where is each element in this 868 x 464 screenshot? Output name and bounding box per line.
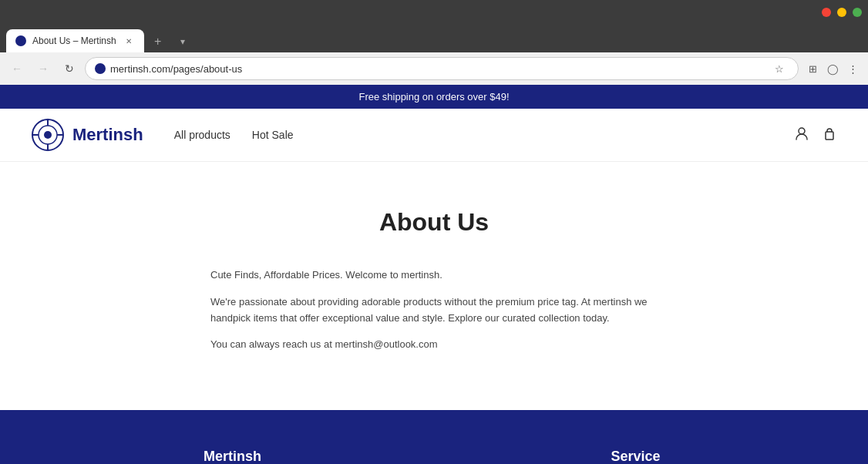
svg-rect-8 xyxy=(826,132,833,140)
about-body: Cute Finds, Affordable Prices. Welcome t… xyxy=(210,267,658,353)
account-icon[interactable] xyxy=(794,126,809,145)
announcement-text: Free shipping on orders over $49! xyxy=(358,91,509,103)
profile-icon[interactable]: ◯ xyxy=(823,59,842,78)
address-bar[interactable]: mertinsh.com/pages/about-us ☆ xyxy=(85,57,799,80)
site-logo[interactable]: Mertinsh xyxy=(31,118,143,152)
bookmark-icon[interactable]: ☆ xyxy=(770,59,789,78)
main-content: About Us Cute Finds, Affordable Prices. … xyxy=(0,162,868,410)
site-header: Mertinsh All products Hot Sale xyxy=(0,109,868,162)
cart-icon[interactable] xyxy=(822,126,837,145)
svg-point-7 xyxy=(799,128,805,134)
footer-service-col: Service Fast and free delivery xyxy=(465,449,806,464)
footer-brand-col: Mertinsh About Us Contact Us Shipping Po… xyxy=(62,449,403,464)
tab-close-button[interactable]: ✕ xyxy=(123,35,135,47)
tab-dropdown-button[interactable]: ▾ xyxy=(172,31,193,52)
refresh-button[interactable]: ↻ xyxy=(59,58,80,79)
extensions-icon[interactable]: ⊞ xyxy=(803,59,822,78)
about-paragraph-3: You can always reach us at mertinsh@outl… xyxy=(210,337,658,353)
title-bar xyxy=(0,0,868,25)
svg-point-2 xyxy=(44,131,52,139)
logo-text: Mertinsh xyxy=(72,125,143,145)
nav-hot-sale[interactable]: Hot Sale xyxy=(252,129,294,141)
footer-brand-title: Mertinsh xyxy=(62,449,403,464)
tab-title: About Us – Mertinsh xyxy=(32,35,116,46)
site-footer: Mertinsh About Us Contact Us Shipping Po… xyxy=(0,410,868,464)
browser-menu-buttons: ⊞ ◯ ⋮ xyxy=(803,59,862,78)
address-text: mertinsh.com/pages/about-us xyxy=(110,63,765,75)
nav-all-products[interactable]: All products xyxy=(174,129,230,141)
site-favicon xyxy=(95,63,106,74)
address-icons: ☆ xyxy=(770,59,789,78)
website: Free shipping on orders over $49! Mertin… xyxy=(0,85,868,464)
header-icons xyxy=(794,126,837,145)
tab-bar: About Us – Mertinsh ✕ + ▾ xyxy=(0,25,868,52)
logo-mark xyxy=(31,118,65,152)
maximize-window-button[interactable] xyxy=(853,8,862,17)
footer-top: Mertinsh About Us Contact Us Shipping Po… xyxy=(62,449,806,464)
forward-button[interactable]: → xyxy=(32,58,54,79)
minimize-window-button[interactable] xyxy=(837,8,846,17)
about-paragraph-2: We're passionate about providing adorabl… xyxy=(210,294,658,327)
back-button[interactable]: ← xyxy=(6,58,28,79)
active-tab[interactable]: About Us – Mertinsh ✕ xyxy=(6,29,144,52)
site-nav: All products Hot Sale xyxy=(174,129,294,141)
announcement-bar: Free shipping on orders over $49! xyxy=(0,85,868,109)
footer-service-title: Service xyxy=(465,449,806,464)
tab-favicon xyxy=(15,35,26,46)
browser-menu-icon[interactable]: ⋮ xyxy=(843,59,862,78)
new-tab-button[interactable]: + xyxy=(147,31,169,52)
browser-window: About Us – Mertinsh ✕ + ▾ ← → ↻ mertinsh… xyxy=(0,0,868,85)
about-paragraph-1: Cute Finds, Affordable Prices. Welcome t… xyxy=(210,267,658,284)
window-controls xyxy=(822,8,862,17)
address-bar-row: ← → ↻ mertinsh.com/pages/about-us ☆ ⊞ ◯ … xyxy=(0,52,868,85)
close-window-button[interactable] xyxy=(822,8,831,17)
address-url: mertinsh.com/pages/about-us xyxy=(110,63,242,75)
page-title: About Us xyxy=(31,208,837,237)
